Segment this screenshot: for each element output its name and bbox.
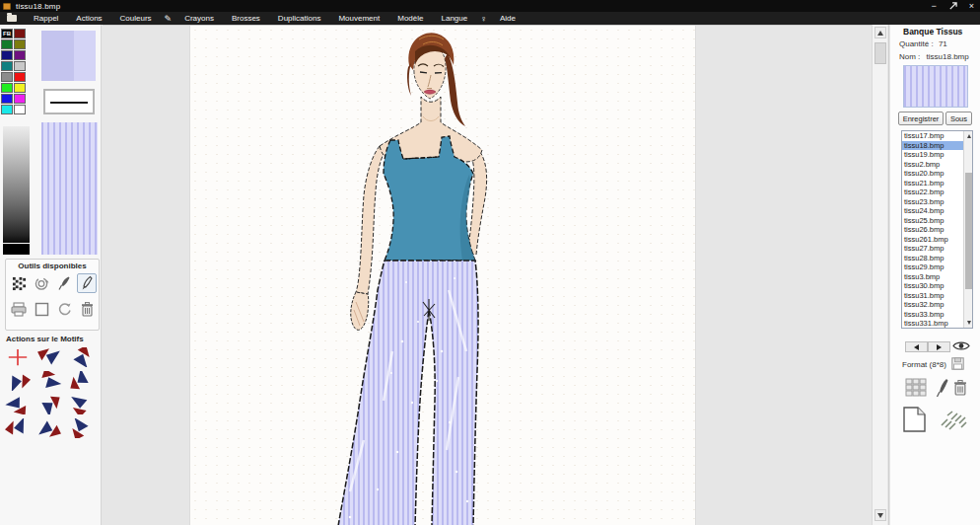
palette-swatch-blue[interactable] [1,94,13,104]
motif-action-7[interactable] [35,394,64,415]
palette-swatch-lime[interactable] [1,83,13,93]
scroll-thumb[interactable] [875,42,886,64]
menu-aide[interactable]: Aide [491,14,525,23]
palette-swatch-navy[interactable] [1,50,13,60]
draw-fabric-button[interactable] [935,378,949,398]
folder-icon[interactable] [7,15,17,22]
list-scroll-down[interactable] [965,319,972,327]
file-item[interactable]: tissu17.bmp [902,131,963,141]
file-item[interactable]: tissu20.bmp [902,169,963,179]
canvas-vertical-scrollbar[interactable] [872,25,887,525]
spiral-tool[interactable] [32,273,51,293]
file-item[interactable]: tissu21.bmp [902,179,963,188]
line-width-preview[interactable] [43,89,95,114]
palette-swatch-maroon[interactable] [14,29,26,38]
file-item[interactable]: tissu261.bmp [902,235,963,245]
file-item[interactable]: tissu29.bmp [902,262,963,272]
maximize-button[interactable] [948,1,957,12]
panel-separator [888,25,889,525]
file-item[interactable]: tissu33.bmp [902,310,963,320]
file-item[interactable]: tissu23.bmp [902,197,963,207]
add-motif-button[interactable] [3,346,33,368]
motif-action-9[interactable] [3,417,33,439]
menu-langue[interactable]: Langue [432,14,476,23]
menu-rappel[interactable]: Rappel [25,14,67,23]
palette-swatch-magenta[interactable] [14,94,26,104]
menu-couleurs[interactable]: Couleurs [111,14,161,23]
menu-modle[interactable]: Modèle [388,14,432,23]
file-item[interactable]: tissu27.bmp [902,244,963,254]
file-item[interactable]: tissu25.bmp [902,216,963,226]
palette-swatch-fb[interactable]: FB [1,29,13,38]
scroll-up-button[interactable] [875,27,886,38]
minimize-button[interactable]: − [931,1,936,11]
next-fabric-button[interactable] [928,341,950,352]
print-tool[interactable] [9,299,29,319]
delete-fabric-button[interactable] [953,378,967,398]
file-item[interactable]: tissu30.bmp [902,281,963,291]
current-color-swatch[interactable] [41,31,96,81]
file-item[interactable]: tissu22.bmp [902,188,963,197]
pattern-fill-tool[interactable] [9,273,29,293]
motif-action-10[interactable] [35,417,64,439]
file-item[interactable]: tissu2.bmp [902,160,963,170]
rectangle-tool[interactable] [32,299,51,319]
file-item[interactable]: tissu24.bmp [902,206,963,216]
palette-swatch-white[interactable] [14,105,26,114]
motif-action-6[interactable] [3,394,33,415]
palette-swatch-silver[interactable] [14,61,26,71]
motif-action-5[interactable] [66,370,96,392]
hatch-texture-button[interactable] [938,410,969,431]
current-fabric-pattern-swatch[interactable] [41,122,98,255]
black-swatch[interactable] [3,244,30,255]
palette-swatch-teal[interactable] [1,61,13,71]
palette-swatch-green[interactable] [1,39,13,49]
menu-actions[interactable]: Actions [67,14,110,23]
rotate-tool[interactable] [54,299,74,319]
file-item[interactable]: tissu3.bmp [902,272,963,282]
pencil-tool[interactable] [77,273,97,293]
grayscale-ramp[interactable] [3,126,30,243]
previous-fabric-button[interactable] [905,341,928,352]
list-scrollbar[interactable] [963,131,972,328]
pattern-grid-button[interactable] [905,378,927,398]
tissue-file-list[interactable]: tissu17.bmptissu18.bmptissu19.bmptissu2.… [901,130,973,329]
palette-swatch-cyan[interactable] [1,105,13,114]
motif-action-3[interactable] [3,370,33,392]
palette-swatch-red[interactable] [14,72,26,82]
file-item[interactable]: tissu18.bmp [902,141,963,151]
menu-crayons[interactable]: Crayons [175,14,223,23]
menu-mouvement[interactable]: Mouvement [329,14,388,23]
save-as-button[interactable]: Sous [945,112,972,125]
menu-brosses[interactable]: Brosses [223,14,269,23]
motif-action-1[interactable] [35,346,64,368]
file-item[interactable]: tissu26.bmp [902,225,963,235]
motif-action-4[interactable] [35,370,64,392]
motif-action-8[interactable] [66,394,96,415]
close-button[interactable]: × [969,1,974,11]
file-item[interactable]: tissu331.bmp [902,319,963,328]
quill-tool[interactable] [54,273,74,293]
palette-swatch-yellow[interactable] [14,83,26,93]
file-item[interactable]: tissu28.bmp [902,254,963,263]
motif-action-2[interactable] [66,346,96,368]
palette-swatch-olive[interactable] [14,39,26,49]
list-scroll-up[interactable] [965,132,972,140]
file-item[interactable]: tissu32.bmp [902,300,963,310]
preview-visibility-button[interactable] [952,339,970,352]
file-item[interactable]: tissu31.bmp [902,291,963,301]
palette-swatch-purple[interactable] [14,50,26,60]
menu-duplications[interactable]: Duplications [269,14,330,23]
female-symbol-icon[interactable]: ♀ [476,14,491,24]
scroll-down-button[interactable] [875,509,886,521]
drawing-canvas[interactable] [189,26,696,525]
delete-tool[interactable] [77,299,97,319]
motif-action-11[interactable] [66,417,96,439]
file-item[interactable]: tissu19.bmp [902,150,963,160]
list-scroll-thumb[interactable] [965,173,972,289]
palette-swatch-gray[interactable] [1,72,13,82]
save-format-button[interactable] [951,357,964,370]
save-button[interactable]: Enregistrer [898,112,944,125]
new-page-button[interactable] [902,406,927,433]
pencil-icon[interactable]: ✎ [161,14,176,24]
